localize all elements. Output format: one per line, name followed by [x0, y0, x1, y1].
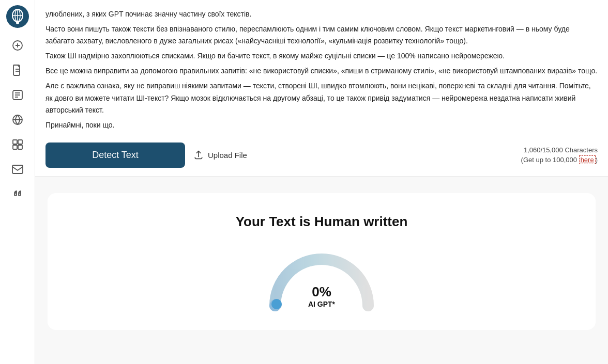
- gauge-label: AI GPT*: [308, 300, 335, 308]
- detect-text-button[interactable]: Detect Text: [45, 143, 185, 168]
- result-title: Your Text is Human written: [236, 214, 408, 230]
- sidebar: [0, 0, 35, 364]
- upgrade-hint: (Get up to 100,000: [521, 156, 577, 164]
- gauge-percent: 0%: [308, 284, 335, 300]
- sidebar-item-ai-detector[interactable]: [6, 34, 29, 57]
- gauge-needle: [271, 299, 282, 309]
- gauge-center: 0% AI GPT*: [308, 284, 335, 308]
- upload-file-label: Upload File: [208, 151, 247, 160]
- text-section: улюблених, з яких GPT починає значну час…: [35, 0, 608, 177]
- upload-icon: [193, 150, 204, 160]
- input-text: улюблених, з яких GPT починає значну час…: [45, 0, 598, 134]
- svg-rect-15: [13, 140, 17, 144]
- upgrade-link[interactable]: here: [579, 155, 596, 164]
- sidebar-item-quotes[interactable]: [6, 183, 29, 205]
- char-count: 1,060/15,000 Characters (Get up to 100,0…: [521, 145, 598, 165]
- gauge-chart: 0% AI GPT*: [265, 246, 378, 313]
- svg-rect-17: [13, 145, 17, 149]
- svg-rect-19: [12, 165, 23, 173]
- sidebar-item-grid[interactable]: [6, 133, 29, 156]
- result-card: Your Text is Human written: [48, 193, 596, 330]
- sidebar-item-email[interactable]: [6, 158, 29, 181]
- svg-point-5: [16, 21, 19, 24]
- char-count-value: 1,060/15,000 Characters: [524, 146, 598, 154]
- main-content: улюблених, з яких GPT починає значну час…: [35, 0, 608, 364]
- sidebar-item-humanizer[interactable]: [6, 84, 29, 106]
- sidebar-item-translate[interactable]: [6, 108, 29, 131]
- upload-file-button[interactable]: Upload File: [193, 150, 247, 160]
- action-row: Detect Text Upload File 1,060/15,000 Cha…: [45, 143, 598, 168]
- logo[interactable]: [6, 5, 29, 28]
- sidebar-item-document[interactable]: [6, 59, 29, 82]
- svg-rect-18: [18, 145, 22, 149]
- result-section: Your Text is Human written: [35, 177, 608, 364]
- svg-rect-16: [18, 140, 22, 144]
